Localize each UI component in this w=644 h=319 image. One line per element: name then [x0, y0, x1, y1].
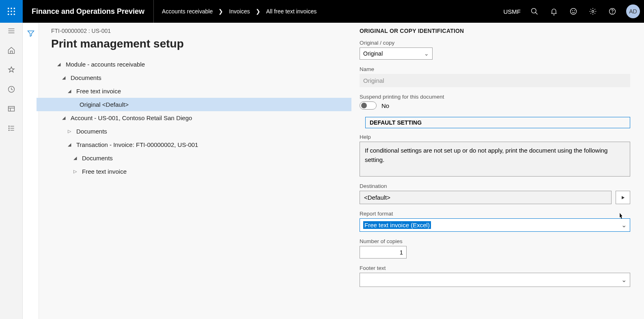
- input-name[interactable]: Original: [360, 74, 630, 87]
- workspace-icon: [7, 105, 15, 113]
- hamburger-icon: [7, 27, 15, 35]
- nav-favorites[interactable]: [7, 66, 15, 75]
- svg-point-3: [8, 11, 9, 12]
- page-title: Print management setup: [51, 37, 351, 50]
- star-icon: [7, 66, 15, 74]
- print-tree: ◢Module - accounts receivable ◢Documents…: [51, 58, 351, 178]
- label-footer-text: Footer text: [360, 265, 630, 271]
- waffle-icon: [7, 7, 16, 16]
- expander-icon[interactable]: ◢: [55, 62, 62, 67]
- filter-icon: [27, 29, 35, 37]
- svg-point-6: [8, 14, 9, 15]
- company-code[interactable]: USMF: [500, 8, 525, 15]
- label-report-format: Report format: [360, 211, 630, 217]
- default-setting-title: DEFAULT SETTING: [365, 117, 630, 128]
- breadcrumbs: Accounts receivable ❯ Invoices ❯ All fre…: [154, 8, 499, 15]
- smiley-icon: [569, 7, 577, 15]
- search-icon: [530, 7, 538, 15]
- nav-modules[interactable]: [7, 124, 15, 134]
- svg-point-5: [14, 11, 15, 12]
- tree-node-original-default[interactable]: Original <Default>: [37, 98, 351, 111]
- label-name: Name: [360, 66, 630, 72]
- svg-point-4: [11, 11, 12, 12]
- waffle-button[interactable]: [0, 0, 23, 23]
- search-button[interactable]: [525, 0, 544, 23]
- svg-point-12: [572, 11, 573, 11]
- play-icon: [620, 195, 626, 200]
- section-title-identification: ORIGINAL OR COPY IDENTIFICATION: [360, 28, 630, 34]
- breadcrumb-item[interactable]: Invoices: [229, 8, 250, 15]
- main-content: FTI-00000002 : US-001 Print management s…: [39, 23, 644, 319]
- toggle-suspend[interactable]: [360, 101, 377, 110]
- nav-home[interactable]: [7, 46, 15, 56]
- expander-icon[interactable]: ▷: [71, 169, 79, 174]
- tree-node-module[interactable]: ◢Module - accounts receivable: [51, 58, 351, 71]
- svg-point-1: [11, 8, 12, 9]
- expander-icon[interactable]: ◢: [60, 75, 67, 80]
- svg-point-7: [11, 14, 12, 15]
- notifications-button[interactable]: [544, 0, 564, 23]
- expander-icon[interactable]: ◢: [71, 155, 79, 161]
- toggle-value: No: [381, 102, 389, 109]
- label-help: Help: [360, 134, 630, 140]
- home-icon: [7, 46, 15, 54]
- svg-point-9: [532, 9, 536, 13]
- input-copies[interactable]: 1: [360, 246, 407, 259]
- feedback-button[interactable]: [564, 0, 583, 23]
- help-button[interactable]: [603, 0, 622, 23]
- nav-expand-button[interactable]: [7, 27, 15, 37]
- svg-point-11: [571, 9, 577, 15]
- breadcrumb-item[interactable]: All free text invoices: [266, 8, 317, 15]
- settings-button[interactable]: [583, 0, 603, 23]
- modules-icon: [7, 124, 15, 132]
- svg-point-0: [8, 8, 9, 9]
- svg-point-2: [14, 8, 15, 9]
- app-header: Finance and Operations Preview Accounts …: [0, 0, 644, 23]
- expander-icon[interactable]: ◢: [60, 115, 67, 121]
- expander-icon[interactable]: ▷: [66, 129, 73, 134]
- chevron-down-icon: ⌄: [621, 276, 627, 284]
- clock-icon: [7, 85, 15, 93]
- chevron-right-icon: ❯: [218, 8, 223, 15]
- chevron-down-icon: ⌄: [621, 221, 627, 229]
- filter-button[interactable]: [27, 29, 35, 319]
- svg-point-24: [9, 126, 9, 127]
- app-title: Finance and Operations Preview: [23, 0, 154, 23]
- select-footer-text[interactable]: ⌄: [360, 273, 630, 287]
- select-original-copy[interactable]: Original ⌄: [360, 47, 433, 60]
- nav-workspaces[interactable]: [7, 105, 15, 114]
- tree-node-account[interactable]: ◢Account - US-001, Contoso Retail San Di…: [51, 111, 351, 125]
- tree-node-transaction-fti[interactable]: ▷Free text invoice: [51, 165, 351, 178]
- right-pane: ORIGINAL OR COPY IDENTIFICATION Original…: [360, 28, 640, 319]
- expander-icon[interactable]: ◢: [66, 88, 73, 94]
- select-report-format[interactable]: Free text invoice (Excel) ⌄: [360, 218, 630, 232]
- tree-node-documents[interactable]: ◢Documents: [51, 71, 351, 84]
- nav-rail: [0, 23, 23, 319]
- tree-node-free-text-invoice[interactable]: ◢Free text invoice: [51, 84, 351, 98]
- toggle-knob: [361, 103, 367, 108]
- label-suspend: Suspend printing for this document: [360, 94, 630, 100]
- label-copies: Number of copies: [360, 238, 630, 244]
- user-avatar[interactable]: AD: [626, 4, 640, 18]
- svg-point-28: [9, 130, 9, 131]
- select-value: Original: [363, 50, 383, 57]
- input-destination[interactable]: <Default>: [360, 191, 612, 204]
- svg-point-13: [574, 11, 575, 11]
- svg-rect-21: [8, 106, 14, 111]
- tree-node-transaction-documents[interactable]: ◢Documents: [51, 151, 351, 165]
- header-right: USMF AD: [500, 0, 644, 23]
- bell-icon: [550, 7, 558, 15]
- svg-point-26: [9, 128, 9, 129]
- breadcrumb-item[interactable]: Accounts receivable: [162, 8, 213, 15]
- svg-point-16: [612, 13, 613, 13]
- label-destination: Destination: [360, 183, 630, 189]
- textarea-help[interactable]: If conditional settings are not set up o…: [360, 142, 630, 177]
- filter-column: [23, 23, 39, 319]
- nav-recent[interactable]: [7, 85, 15, 95]
- tree-node-account-documents[interactable]: ▷Documents: [51, 125, 351, 138]
- expander-icon[interactable]: ◢: [66, 142, 73, 147]
- svg-point-8: [14, 14, 15, 15]
- destination-lookup-button[interactable]: [616, 191, 630, 204]
- tree-node-transaction[interactable]: ◢Transaction - Invoice: FTI-00000002, US…: [51, 138, 351, 151]
- help-icon: [608, 7, 616, 15]
